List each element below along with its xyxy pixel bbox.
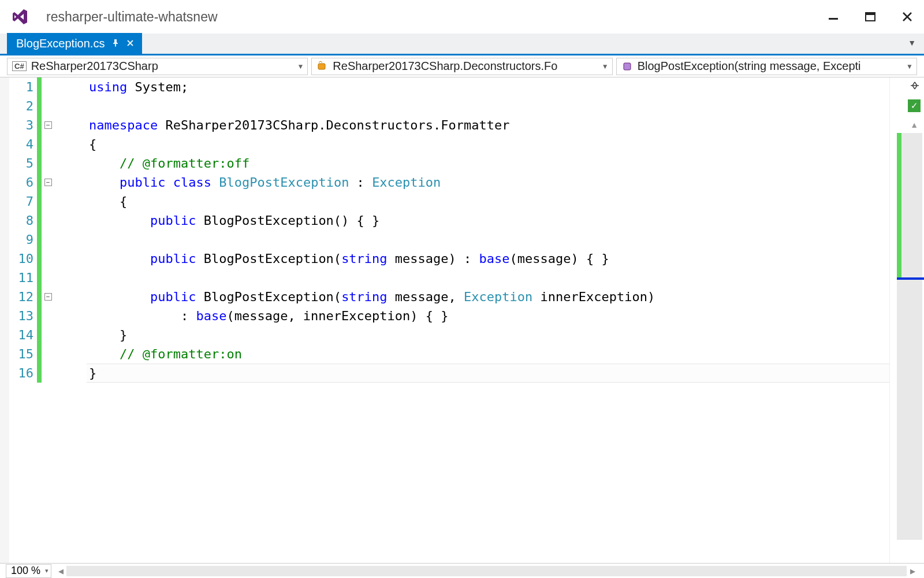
fold-column: − — [42, 179, 54, 186]
fold-toggle-icon[interactable]: − — [44, 121, 52, 129]
code-line[interactable]: public class BlogPostException : Excepti… — [87, 173, 889, 192]
gutter-row: 2 — [9, 97, 87, 116]
code-text: } — [87, 366, 96, 380]
code-editor[interactable]: 123−456−789101112−13141516 using System;… — [0, 77, 924, 563]
change-indicator — [37, 306, 42, 325]
code-text: public class BlogPostException : Excepti… — [87, 175, 441, 190]
window-title: resharper-ultimate-whatsnew — [46, 9, 218, 25]
fold-column: − — [42, 121, 54, 129]
code-text: : base(message, innerException) { } — [87, 309, 449, 323]
editor-status-bar: 100 % ◂ ▸ — [0, 563, 924, 578]
code-line[interactable] — [87, 97, 889, 116]
class-dropdown[interactable]: ReSharper20173CSharp.Deconstructors.Fo ▼ — [311, 58, 612, 75]
scroll-right-icon[interactable]: ▸ — [907, 565, 918, 577]
gutter-row: 9 — [9, 230, 87, 249]
line-number: 3 — [9, 118, 37, 132]
line-number: 2 — [9, 99, 37, 113]
project-dropdown[interactable]: C# ReSharper20173CSharp ▼ — [7, 58, 308, 75]
zoom-dropdown[interactable]: 100 % — [6, 564, 51, 578]
tab-label: BlogException.cs — [16, 37, 105, 50]
gutter-row: 10 — [9, 249, 87, 268]
code-line[interactable] — [87, 268, 889, 287]
line-number: 15 — [9, 347, 37, 361]
svg-rect-0 — [829, 18, 838, 20]
chevron-down-icon: ▼ — [906, 62, 913, 71]
tab-active[interactable]: BlogException.cs — [7, 33, 142, 54]
code-text-area[interactable]: using System;namespace ReSharper20173CSh… — [87, 77, 889, 563]
code-line[interactable]: public BlogPostException(string message)… — [87, 249, 889, 268]
title-bar: resharper-ultimate-whatsnew — [0, 0, 924, 34]
maximize-button[interactable] — [863, 9, 878, 24]
code-line[interactable]: using System; — [87, 77, 889, 97]
svg-rect-2 — [866, 13, 875, 15]
navigation-bar: C# ReSharper20173CSharp ▼ ReSharper20173… — [0, 55, 924, 77]
code-line[interactable]: { — [87, 135, 889, 154]
line-number: 10 — [9, 251, 37, 266]
split-editor-icon[interactable] — [909, 80, 921, 91]
change-indicator — [37, 364, 42, 383]
code-line[interactable] — [87, 230, 889, 249]
tab-overflow-icon[interactable]: ▼ — [908, 38, 916, 47]
horizontal-scrollbar[interactable]: ◂ ▸ — [55, 565, 918, 577]
code-line[interactable]: } — [87, 364, 889, 383]
gutter-row: 4 — [9, 135, 87, 154]
code-line[interactable]: } — [87, 325, 889, 344]
code-line[interactable]: // @formatter:off — [87, 154, 889, 173]
scroll-up-icon[interactable]: ▲ — [910, 120, 918, 129]
marker-track[interactable] — [897, 133, 922, 540]
fold-toggle-icon[interactable]: − — [44, 293, 52, 301]
code-line[interactable]: : base(message, innerException) { } — [87, 306, 889, 325]
minimize-button[interactable] — [826, 9, 841, 24]
code-line[interactable]: public BlogPostException(string message,… — [87, 287, 889, 306]
change-indicator — [37, 77, 42, 97]
code-text: public BlogPostException(string message)… — [87, 251, 609, 266]
line-number: 8 — [9, 213, 37, 228]
change-indicator — [37, 116, 42, 135]
change-indicator — [37, 230, 42, 249]
gutter-row: 14 — [9, 325, 87, 344]
gutter-row: 1 — [9, 77, 87, 97]
fold-toggle-icon[interactable]: − — [44, 179, 52, 186]
member-dropdown[interactable]: BlogPostException(string message, Except… — [616, 58, 917, 75]
line-number: 11 — [9, 271, 37, 285]
gutter-row: 3− — [9, 116, 87, 135]
code-text: { — [87, 194, 127, 209]
code-text: // @formatter:off — [87, 156, 249, 171]
close-button[interactable] — [900, 9, 915, 24]
gutter-row: 6− — [9, 173, 87, 192]
line-number: 13 — [9, 309, 37, 323]
line-number: 9 — [9, 232, 37, 247]
change-indicator — [37, 173, 42, 192]
change-indicator — [37, 344, 42, 364]
code-text: public BlogPostException(string message,… — [87, 290, 655, 304]
code-text: // @formatter:on — [87, 347, 242, 361]
editor-left-margin — [0, 77, 9, 563]
line-number: 6 — [9, 175, 37, 190]
change-indicator — [37, 211, 42, 230]
caret-marker — [897, 277, 924, 280]
change-indicator — [37, 192, 42, 211]
gutter-row: 12− — [9, 287, 87, 306]
line-number: 14 — [9, 328, 37, 342]
inspection-status-icon[interactable]: ✓ — [908, 99, 921, 112]
code-line[interactable]: { — [87, 192, 889, 211]
code-text: using System; — [87, 80, 188, 94]
gutter-row: 13 — [9, 306, 87, 325]
class-name: ReSharper20173CSharp.Deconstructors.Fo — [333, 60, 557, 73]
change-marker — [897, 133, 901, 277]
method-icon — [621, 61, 633, 72]
scrollbar-track[interactable] — [66, 566, 907, 576]
scroll-left-icon[interactable]: ◂ — [55, 565, 66, 577]
pin-icon[interactable] — [111, 39, 120, 49]
code-line[interactable]: public BlogPostException() { } — [87, 211, 889, 230]
line-number: 4 — [9, 137, 37, 151]
document-tab-strip: BlogException.cs ▼ — [0, 34, 924, 55]
code-line[interactable]: // @formatter:on — [87, 344, 889, 364]
change-indicator — [37, 135, 42, 154]
gutter-row: 16 — [9, 364, 87, 383]
gutter-row: 11 — [9, 268, 87, 287]
close-tab-icon[interactable] — [126, 39, 134, 49]
code-text: public BlogPostException() { } — [87, 213, 379, 228]
marker-bar: ✓ ▲ — [889, 77, 924, 563]
code-line[interactable]: namespace ReSharper20173CSharp.Deconstru… — [87, 116, 889, 135]
